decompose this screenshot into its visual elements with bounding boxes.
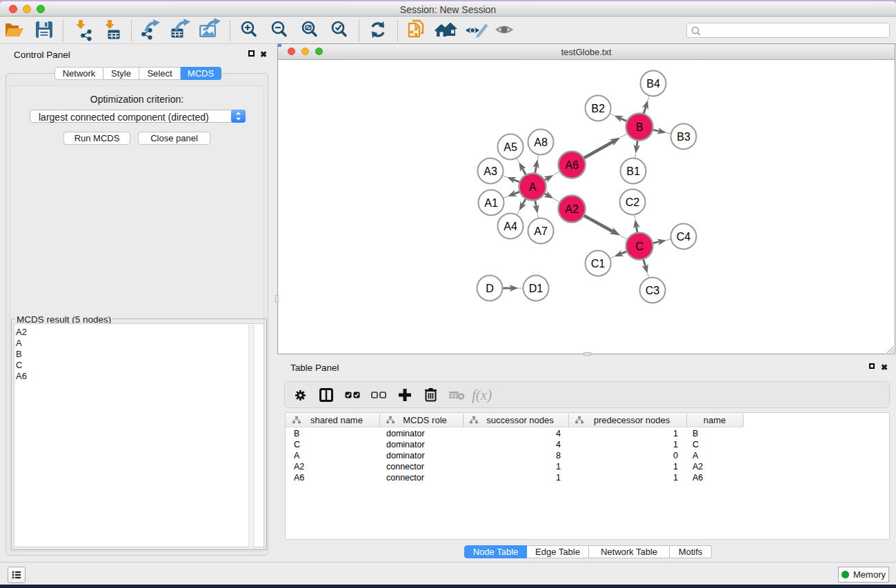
svg-text:A4: A4 xyxy=(504,221,517,232)
svg-text:B2: B2 xyxy=(591,103,605,114)
svg-text:C4: C4 xyxy=(677,231,691,243)
svg-text:B3: B3 xyxy=(677,131,690,143)
svg-text:A: A xyxy=(529,181,537,193)
svg-text:C2: C2 xyxy=(626,196,640,208)
svg-text:D: D xyxy=(486,283,494,294)
svg-text:A2: A2 xyxy=(565,203,579,215)
svg-text:A1: A1 xyxy=(484,197,498,209)
svg-text:A5: A5 xyxy=(504,141,517,153)
svg-text:A8: A8 xyxy=(534,136,548,148)
svg-text:C3: C3 xyxy=(646,285,660,296)
svg-text:D1: D1 xyxy=(529,283,544,294)
svg-text:A6: A6 xyxy=(565,159,579,171)
svg-text:B: B xyxy=(636,121,644,133)
svg-text:A3: A3 xyxy=(484,165,497,177)
svg-text:C1: C1 xyxy=(591,258,606,270)
svg-text:A7: A7 xyxy=(534,225,548,237)
svg-text:B4: B4 xyxy=(646,78,660,90)
svg-text:B1: B1 xyxy=(626,165,640,177)
svg-text:C: C xyxy=(635,241,644,252)
